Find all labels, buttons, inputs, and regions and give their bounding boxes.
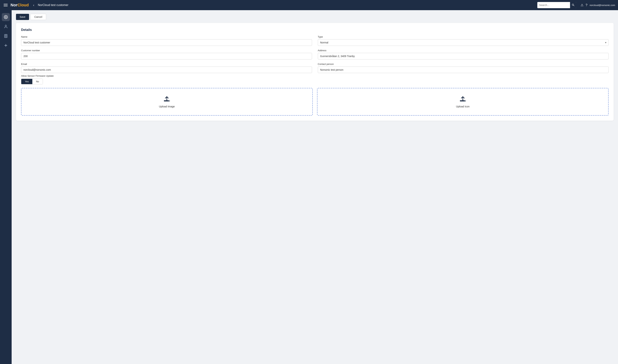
upload-icon-area[interactable]: Upload Icon: [317, 88, 609, 116]
upload-icon-label: Upload Icon: [456, 105, 470, 108]
help-icon[interactable]: ?: [586, 3, 588, 7]
header: NorCloud ‹ NorCloud test customer ⚠ ? no…: [0, 0, 618, 10]
name-label: Name: [21, 35, 312, 38]
logo-nor: Nor: [11, 3, 17, 7]
type-select[interactable]: Normal Partner Reseller: [318, 39, 609, 46]
main-content: Save Cancel Details Name Type Normal: [12, 10, 618, 364]
customer-number-input[interactable]: [21, 53, 312, 59]
card-title: Details: [21, 28, 608, 32]
upload-image-icon: [163, 96, 170, 103]
back-button[interactable]: ‹: [32, 2, 36, 8]
customer-number-group: Customer number: [21, 49, 312, 59]
svg-point-2: [5, 16, 6, 18]
firmware-no-button[interactable]: No: [32, 79, 43, 84]
breadcrumb: NorCloud test customer: [38, 3, 535, 7]
firmware-toggle-group: Yes No: [21, 79, 43, 84]
sidebar: [0, 10, 12, 364]
address-group: Address: [318, 49, 609, 59]
name-group: Name: [21, 35, 312, 46]
svg-line-1: [573, 5, 574, 6]
email-label: Email: [21, 63, 312, 65]
email-input[interactable]: [21, 66, 312, 73]
app-body: Save Cancel Details Name Type Normal: [0, 10, 618, 364]
menu-icon[interactable]: [3, 3, 8, 7]
sidebar-item-person[interactable]: [2, 23, 10, 30]
type-select-wrapper: Normal Partner Reseller ▾: [318, 39, 609, 46]
address-label: Address: [318, 49, 609, 52]
svg-point-3: [5, 25, 6, 26]
toolbar: Save Cancel: [16, 14, 614, 20]
firmware-label: Allow Sensor Firmware Update: [21, 75, 608, 77]
sidebar-item-settings[interactable]: [2, 13, 10, 21]
save-button[interactable]: Save: [16, 14, 29, 20]
details-card: Details Name Type Normal Partner Reselle…: [16, 23, 614, 121]
email-group: Email: [21, 63, 312, 73]
firmware-section: Allow Sensor Firmware Update Yes No: [21, 75, 608, 84]
type-label: Type: [318, 35, 609, 38]
logo: NorCloud: [11, 3, 29, 7]
form-grid: Name Type Normal Partner Reseller ▾: [21, 35, 608, 73]
sidebar-item-add[interactable]: [2, 41, 10, 50]
user-email: norcloud@norsonic.com: [590, 4, 615, 7]
upload-image-area[interactable]: Upload Image: [21, 88, 313, 116]
svg-point-18: [169, 100, 170, 101]
upload-image-label: Upload Image: [159, 105, 175, 108]
customer-number-label: Customer number: [21, 49, 312, 52]
alert-icon[interactable]: ⚠: [580, 3, 583, 7]
logo-cloud: Cloud: [17, 3, 29, 7]
search-bar: [537, 2, 576, 8]
upload-grid: Upload Image Upload Icon: [21, 88, 608, 116]
address-input[interactable]: [318, 53, 609, 59]
type-group: Type Normal Partner Reseller ▾: [318, 35, 609, 46]
search-input[interactable]: [537, 3, 570, 7]
upload-icon-icon: [459, 96, 466, 103]
cancel-button[interactable]: Cancel: [30, 14, 46, 20]
sidebar-item-calculator[interactable]: [2, 32, 10, 40]
search-button[interactable]: [570, 2, 576, 8]
contact-person-group: Contact person: [318, 63, 609, 73]
name-input[interactable]: [21, 39, 312, 46]
contact-person-input[interactable]: [318, 66, 609, 73]
firmware-yes-button[interactable]: Yes: [21, 79, 32, 84]
contact-person-label: Contact person: [318, 63, 609, 65]
svg-point-20: [465, 100, 466, 101]
header-icons: ⚠ ? norcloud@norsonic.com: [580, 3, 615, 7]
